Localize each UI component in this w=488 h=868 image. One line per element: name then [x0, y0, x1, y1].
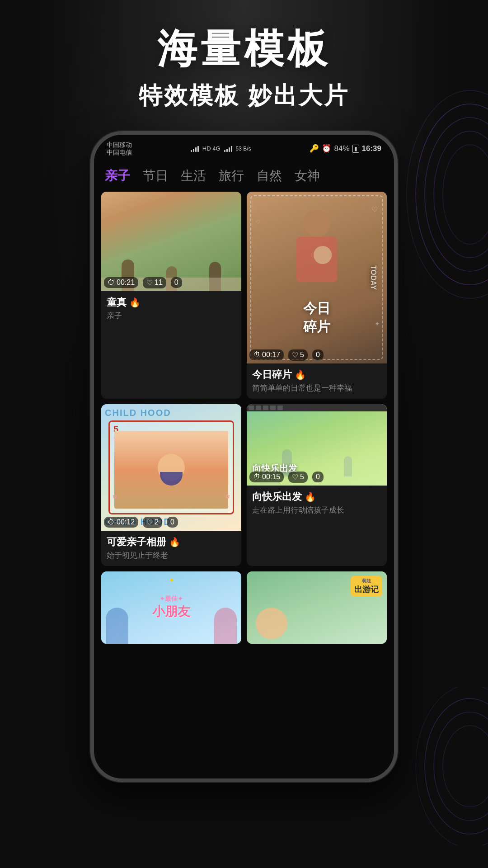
childhood-likes-badge: ♡ 2 — [143, 517, 162, 528]
battery-icon: ▮ — [352, 145, 359, 153]
deco-lines-topright — [389, 81, 488, 307]
film-hole-2 — [256, 406, 261, 410]
deco-flower-right: ✿ — [225, 493, 230, 500]
deco-lines-bottomright — [398, 687, 488, 845]
tab-lvxing[interactable]: 旅行 — [219, 167, 244, 184]
happy-likes-count: 5 — [300, 473, 304, 481]
today-duration-text: 00:17 — [262, 351, 280, 359]
card-happy[interactable]: 向快乐出发 ⏱ 00:15 ♡ 5 0 — [247, 404, 387, 566]
tab-shenghuo[interactable]: 生活 — [181, 167, 206, 184]
outdoor-person2 — [344, 456, 352, 476]
alarm-icon: ⏰ — [322, 144, 331, 153]
card-bestfriend-image: ✦ ✦最佳✦ 小朋友 — [101, 571, 241, 644]
childhood-top-text: CHILD HOOD — [105, 408, 238, 418]
baby-face — [256, 608, 287, 639]
comments-badge: 0 — [171, 277, 182, 288]
signal-4g-icon — [191, 146, 199, 152]
happy-flame-icon: 🔥 — [305, 491, 316, 502]
volume-down-button[interactable] — [90, 302, 91, 334]
happy-duration-text: 00:15 — [262, 473, 280, 481]
card-today[interactable]: TODAY 今日碎片 ♡ ♡ ✦ ⏱ 00:17 — [247, 192, 387, 399]
card-today-overlay: ⏱ 00:17 ♡ 5 0 — [249, 349, 324, 361]
child-photo — [114, 431, 228, 509]
card-baby[interactable]: 萌娃 出游记 — [247, 571, 387, 644]
status-right: 🔑 ⏰ 84% ▮ 16:39 — [310, 144, 381, 153]
baby-label-main: 出游记 — [354, 584, 379, 595]
card-tongzhen[interactable]: ⏱ 00:21 ♡ 11 0 — [101, 192, 241, 399]
svg-point-4 — [407, 90, 488, 298]
deco-flower-left: ✿ — [113, 493, 117, 500]
signal-bars-icon — [224, 146, 232, 152]
char1 — [106, 608, 128, 644]
card-today-info: 今日碎片 🔥 简简单单的日常也是一种幸福 — [247, 363, 387, 399]
film-hole-3 — [263, 406, 268, 410]
duration-badge: ⏱ 00:21 — [104, 277, 138, 288]
row-1: ⏱ 00:21 ♡ 11 0 — [101, 192, 387, 399]
svg-point-7 — [443, 726, 488, 807]
header-section: 海量模板 特效模板 妙出大片 — [0, 27, 488, 112]
volume-up-button[interactable] — [90, 261, 91, 293]
card-childhood-overlay: ⏱ 00:12 ♡ 2 0 — [104, 517, 178, 528]
status-bar: 中国移动 中国电信 HD 4G 53 B/s — [94, 135, 394, 160]
carrier1: 中国移动 — [107, 141, 132, 149]
card-happy-desc: 走在路上用行动陪孩子成长 — [252, 505, 381, 515]
svg-point-5 — [425, 698, 488, 834]
card-happy-image: 向快乐出发 ⏱ 00:15 ♡ 5 0 — [247, 404, 387, 486]
svg-point-3 — [443, 145, 488, 244]
card-childhood[interactable]: CHILD HOOD 5 ♠ — [101, 404, 241, 566]
tab-jieri[interactable]: 节日 — [143, 167, 168, 184]
lock-icon: 🔑 — [310, 144, 319, 153]
tab-qinzi[interactable]: 亲子 — [105, 167, 130, 184]
card-tongzhen-title: 童真 🔥 — [107, 296, 236, 309]
carrier2: 中国电信 — [107, 149, 132, 156]
card-tongzhen-info: 童真 🔥 亲子 — [101, 291, 241, 326]
card-baby-image: 萌娃 出游记 — [247, 571, 387, 644]
card-childhood-title: 可爱亲子相册 🔥 — [107, 535, 236, 549]
happy-clock-icon: ⏱ — [253, 473, 260, 481]
svg-point-0 — [416, 104, 488, 285]
card-today-title: 今日碎片 🔥 — [252, 368, 381, 382]
card-happy-overlay: ⏱ 00:15 ♡ 5 0 — [249, 472, 324, 483]
tab-nvshen[interactable]: 女神 — [295, 167, 320, 184]
card-today-desc: 简简单单的日常也是一种幸福 — [252, 383, 381, 393]
childhood-duration-text: 00:12 — [117, 518, 135, 526]
card-childhood-info: 可爱亲子相册 🔥 始于初见止于终老 — [101, 531, 241, 566]
happy-duration-badge: ⏱ 00:15 — [249, 472, 284, 482]
childhood-duration-badge: ⏱ 00:12 — [104, 517, 138, 528]
comments-count: 0 — [174, 278, 178, 287]
card-tongzhen-desc: 亲子 — [107, 311, 236, 321]
happy-heart-icon: ♡ — [292, 473, 298, 481]
bestfriend-main-text: 小朋友 — [152, 603, 190, 620]
clock-icon: ⏱ — [108, 278, 115, 287]
baby-label: 萌娃 出游记 — [351, 576, 382, 597]
card-today-image: TODAY 今日碎片 ♡ ♡ ✦ ⏱ 00:17 — [247, 192, 387, 363]
film-strip-top — [247, 404, 387, 411]
card-childhood-image: CHILD HOOD 5 ♠ — [101, 404, 241, 531]
flame-icon: 🔥 — [129, 297, 141, 308]
category-tabs: 亲子 节日 生活 旅行 自然 女神 — [94, 160, 394, 192]
sub-title: 特效模板 妙出大片 — [0, 80, 488, 112]
card-bestfriend[interactable]: ✦ ✦最佳✦ 小朋友 — [101, 571, 241, 644]
baby-label-sub: 萌娃 — [354, 578, 379, 584]
tab-ziran[interactable]: 自然 — [257, 167, 282, 184]
star-deco-left: ✦ — [169, 576, 174, 585]
film-hole-1 — [249, 406, 254, 410]
childhood-heart-icon: ♡ — [146, 518, 153, 527]
card-happy-title: 向快乐出发 🔥 — [252, 490, 381, 504]
film-hole-5 — [277, 406, 283, 410]
row-2: CHILD HOOD 5 ♠ — [101, 404, 387, 566]
power-button[interactable] — [397, 279, 398, 325]
happy-likes-badge: ♡ 5 — [288, 472, 308, 483]
today-likes-count: 5 — [300, 351, 304, 359]
phone-screen: 中国移动 中国电信 HD 4G 53 B/s — [94, 135, 394, 778]
network-type: HD 4G — [202, 145, 221, 152]
likes-badge: ♡ 11 — [143, 277, 166, 288]
card-tongzhen-image: ⏱ 00:21 ♡ 11 0 — [101, 192, 241, 291]
playing-card-frame: 5 ♠ ✿ — [108, 420, 234, 514]
child-face — [158, 454, 185, 486]
main-title: 海量模板 — [0, 27, 488, 71]
today-comments-badge: 0 — [312, 349, 324, 360]
childhood-clock-icon: ⏱ — [108, 518, 115, 526]
svg-point-8 — [416, 687, 488, 845]
card-tongzhen-overlay: ⏱ 00:21 ♡ 11 0 — [104, 277, 182, 288]
